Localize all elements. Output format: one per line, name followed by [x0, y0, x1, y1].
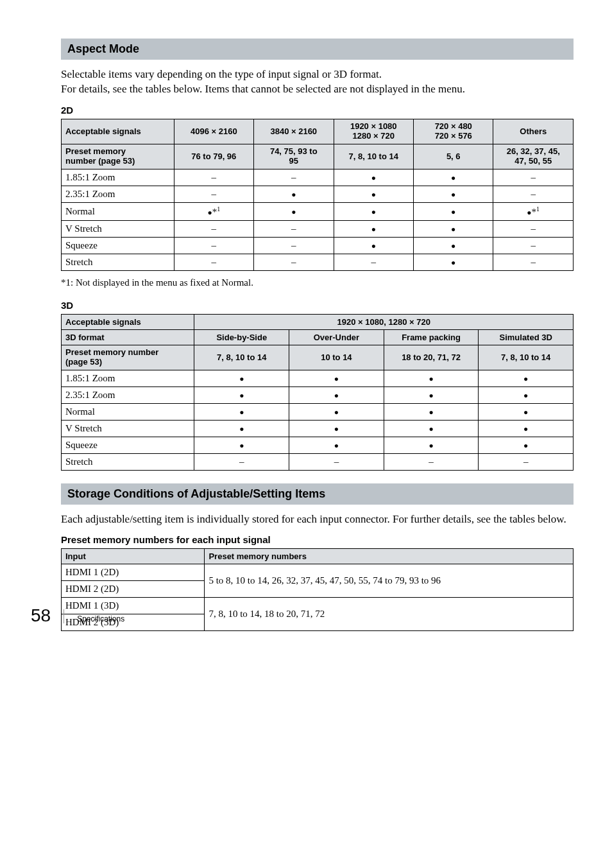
- th-fmt: 3D format: [62, 329, 194, 345]
- dash-mark: –: [212, 223, 217, 234]
- row-label: 2.35:1 Zoom: [62, 186, 174, 202]
- row-label: 1.85:1 Zoom: [62, 169, 174, 186]
- section-bar-aspect-mode: Aspect Mode: [61, 39, 574, 60]
- table-row: HDMI 1 (2D) 5 to 8, 10 to 14, 26, 32, 37…: [62, 564, 574, 581]
- th-p2b: 95: [289, 156, 298, 166]
- cell: ●: [479, 370, 574, 386]
- cell: –: [174, 254, 253, 270]
- table-row: Input Preset memory numbers: [62, 549, 574, 564]
- th-p4: 5, 6: [414, 144, 493, 169]
- dash-mark: –: [531, 189, 536, 199]
- dash-mark: –: [531, 223, 536, 234]
- subhead-3d: 3D: [61, 300, 574, 311]
- cell: –: [254, 169, 334, 186]
- th-preset3db: (page 53): [65, 357, 102, 367]
- th-1920b: 1280 × 720: [353, 131, 395, 141]
- dash-mark: –: [291, 172, 296, 182]
- table-row: Normal●●●●: [62, 403, 574, 420]
- cell: ●: [479, 420, 574, 437]
- cell: –: [493, 186, 574, 202]
- table-row: Squeeze––●●–: [62, 237, 574, 254]
- table-3d: Acceptable signals 1920 × 1080, 1280 × 7…: [61, 314, 574, 471]
- dot-icon: ●: [429, 391, 433, 400]
- cell: ●: [194, 420, 289, 437]
- dot-icon: ●: [239, 374, 244, 383]
- dot-icon: ●: [371, 241, 376, 250]
- section-bar-storage: Storage Conditions of Adjustable/Setting…: [61, 483, 574, 505]
- page-number: 58: [31, 605, 51, 626]
- dot-icon: ●: [451, 258, 455, 267]
- dash-mark: –: [531, 172, 536, 182]
- dash-mark: –: [531, 240, 536, 250]
- dot-icon: ●: [523, 374, 528, 383]
- th-f2: Over-Under: [289, 329, 384, 345]
- th-preset3da: Preset memory number: [65, 347, 158, 357]
- dot-icon: ●: [523, 408, 528, 417]
- cell: ●*1: [174, 202, 253, 220]
- th-p5: 26, 32, 37, 45, 47, 50, 55: [493, 144, 574, 169]
- table-row: Normal●*1●●●●*1: [62, 202, 574, 220]
- cell: ●: [334, 237, 413, 254]
- cell: ●: [384, 386, 479, 403]
- cell: ●: [414, 169, 493, 186]
- dot-icon: ●: [451, 225, 455, 234]
- td-hdmi-3d-val: 7, 8, 10 to 14, 18 to 20, 71, 72: [205, 598, 574, 631]
- th-pmn: Preset memory numbers: [205, 549, 574, 564]
- dot-icon: ●: [291, 190, 296, 199]
- row-label: Normal: [62, 202, 174, 220]
- dash-mark: –: [291, 257, 296, 267]
- cell: –: [194, 453, 289, 470]
- table-row: Acceptable signals 1920 × 1080, 1280 × 7…: [62, 314, 574, 329]
- dot-icon: ●: [451, 190, 455, 199]
- dash-mark: –: [523, 456, 529, 467]
- dot-icon: ●: [239, 424, 244, 433]
- th-f1: Side-by-Side: [194, 329, 289, 345]
- cell: ●: [384, 403, 479, 420]
- row-label: Squeeze: [62, 237, 174, 254]
- table-row: Acceptable signals 4096 × 2160 3840 × 21…: [62, 119, 574, 144]
- row-label: Normal: [62, 403, 194, 420]
- table-row: 1.85:1 Zoom●●●●: [62, 370, 574, 386]
- dot-icon: ●: [371, 190, 376, 199]
- cell: –: [174, 237, 253, 254]
- dot-icon: ●: [429, 374, 433, 383]
- dash-mark: –: [212, 189, 217, 199]
- intro-line2: For details, see the tables below. Items…: [61, 83, 465, 95]
- cell: ●: [289, 370, 384, 386]
- cell: ●: [289, 386, 384, 403]
- cell: ●: [479, 386, 574, 403]
- cell: ●: [334, 202, 413, 220]
- cell: ●: [194, 437, 289, 453]
- cell: –: [289, 453, 384, 470]
- dot-icon: ●: [451, 207, 455, 216]
- section-title-storage: Storage Conditions of Adjustable/Setting…: [67, 487, 325, 500]
- dot-icon: ●: [334, 424, 339, 433]
- th-p3: 7, 8, 10 to 14: [334, 144, 413, 169]
- dot-icon: ●: [239, 391, 244, 400]
- dot-icon: ●: [429, 441, 433, 450]
- table-row: 2.35:1 Zoom●●●●: [62, 386, 574, 403]
- dot-icon: ●: [291, 207, 296, 216]
- intro-text: Selectable items vary depending on the t…: [61, 67, 574, 97]
- td-hdmi2-2d: HDMI 2 (2D): [62, 581, 205, 598]
- table-row: V Stretch––●●–: [62, 220, 574, 237]
- table-row: HDMI 1 (3D) 7, 8, 10 to 14, 18 to 20, 71…: [62, 598, 574, 614]
- cell: ●: [254, 202, 334, 220]
- cell: –: [493, 169, 574, 186]
- table-row: Preset memory number (page 53) 7, 8, 10 …: [62, 345, 574, 370]
- cell: ●: [384, 420, 479, 437]
- row-label: 1.85:1 Zoom: [62, 370, 194, 386]
- cell: –: [254, 220, 334, 237]
- dash-mark: –: [291, 240, 296, 250]
- table-row: 2.35:1 Zoom–●●●–: [62, 186, 574, 202]
- footer-divider: [64, 609, 64, 623]
- table-row: 3D format Side-by-Side Over-Under Frame …: [62, 329, 574, 345]
- row-label: V Stretch: [62, 420, 194, 437]
- row-label: V Stretch: [62, 220, 174, 237]
- cell: –: [493, 237, 574, 254]
- th-accept: Acceptable signals: [62, 119, 174, 144]
- row-label: Stretch: [62, 453, 194, 470]
- td-hdmi-2d-val: 5 to 8, 10 to 14, 26, 32, 37, 45, 47, 50…: [205, 564, 574, 598]
- cell: –: [479, 453, 574, 470]
- cell: –: [254, 254, 334, 270]
